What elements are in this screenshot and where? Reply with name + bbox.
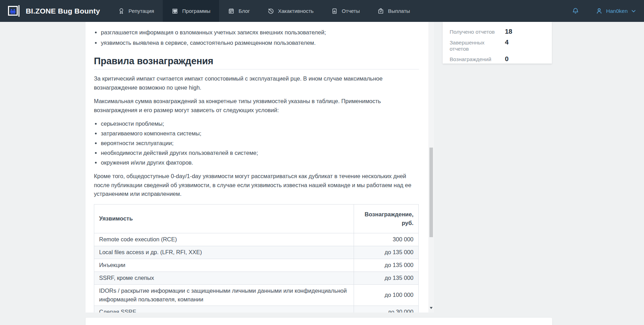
vulnerability-cell: Слепая SSRF: [94, 306, 354, 312]
building-icon: [171, 8, 178, 15]
vulnerability-cell: Local files access и др. (LFR, RFI, XXE): [94, 246, 354, 259]
table-row: Remote code execution (RCE) 300 000: [94, 233, 419, 246]
paragraph: Максимальная сумма вознаграждений за кон…: [94, 97, 419, 115]
chevron-down-icon: [631, 8, 636, 14]
nav-item-label: Программы: [182, 8, 210, 14]
stat-row: Завершенных отчетов 4: [450, 39, 545, 52]
nav-item-label: Блог: [239, 8, 250, 14]
rewards-table: Уязвимость Вознаграждение, руб. Remote c…: [94, 204, 419, 313]
person-icon: [595, 7, 603, 15]
list-item: затрагиваемого компонента системы;: [101, 129, 419, 138]
table-row: SSRF, кроме слепых до 135 000: [94, 272, 419, 284]
reward-cell: до 135 000: [354, 246, 419, 259]
stat-row: Вознаграждений 0: [450, 55, 545, 63]
table-header-row: Уязвимость Вознаграждение, руб.: [94, 204, 419, 233]
exclusions-list: разглашается информация о взломанных уче…: [94, 28, 419, 47]
history-icon: [267, 8, 274, 15]
section-title: Правила вознаграждения: [94, 56, 419, 67]
section-divider: [94, 69, 419, 69]
reward-cell: до 135 000: [354, 272, 419, 284]
list-item: окружения и/или других факторов.: [101, 158, 419, 167]
nav-item-payments[interactable]: Выплаты: [369, 0, 419, 22]
program-description-card: разглашается информация о взломанных уче…: [86, 22, 429, 312]
bell-icon: [572, 7, 579, 15]
user-menu[interactable]: Han0ken: [595, 7, 636, 15]
brand-title: BI.ZONE Bug Bounty: [26, 7, 100, 15]
vulnerability-cell: SSRF, кроме слепых: [94, 272, 354, 284]
table-row: Слепая SSRF до 30 000: [94, 306, 419, 312]
program-stats-card: Получено отчетов 18 Завершенных отчетов …: [443, 22, 552, 64]
table-row: IDORs / раскрытие информации с защищенны…: [94, 284, 419, 306]
nav-item-hackactivity[interactable]: Хакактивность: [259, 0, 322, 22]
column-header-vulnerability: Уязвимость: [94, 204, 354, 233]
bizone-logo-icon: [6, 3, 22, 19]
conditions-list: серьезности проблемы; затрагиваемого ком…: [94, 119, 419, 167]
table-row: Local files access и др. (LFR, RFI, XXE)…: [94, 246, 419, 259]
stat-label: Завершенных отчетов: [450, 40, 505, 52]
scrollbar-down-arrow-icon: [430, 307, 433, 309]
stat-value: 18: [505, 28, 512, 35]
medal-icon: [118, 8, 125, 15]
report-icon: [331, 8, 338, 15]
nav-item-blog[interactable]: Блог: [219, 0, 258, 22]
top-nav: BI.ZONE Bug Bounty Репутация Программы: [0, 0, 644, 22]
list-item: необходимости действий других пользовате…: [101, 149, 419, 157]
user-name: Han0ken: [606, 8, 628, 14]
briefcase-icon: [377, 8, 384, 15]
reward-cell: до 30 000: [354, 306, 419, 312]
main-nav: Репутация Программы: [109, 0, 419, 22]
reward-cell: до 100 000: [354, 284, 419, 306]
header-right: Han0ken: [572, 0, 644, 22]
column-header-reward: Вознаграждение, руб.: [354, 204, 419, 233]
blog-icon: [228, 8, 235, 15]
vulnerability-cell: Инъекции: [94, 259, 354, 272]
paragraph: Кроме того, общедоступные 0-day/1-day уя…: [94, 172, 419, 199]
list-item: серьезности проблемы;: [101, 119, 419, 128]
stat-label: Получено отчетов: [450, 29, 505, 35]
notifications-button[interactable]: [572, 7, 579, 15]
nav-item-reports[interactable]: Отчеты: [322, 0, 369, 22]
nav-item-programs[interactable]: Программы: [163, 0, 219, 22]
reward-cell: до 135 000: [354, 259, 419, 272]
stat-label: Вознаграждений: [450, 56, 505, 62]
nav-item-label: Выплаты: [388, 8, 410, 14]
nav-item-label: Репутация: [129, 8, 154, 14]
stat-value: 4: [505, 39, 509, 46]
vulnerability-cell: IDORs / раскрытие информации с защищенны…: [94, 284, 354, 306]
next-section-card: [86, 318, 552, 325]
scrollbar-thumb[interactable]: [429, 148, 433, 237]
nav-item-reputation[interactable]: Репутация: [109, 0, 163, 22]
stat-value: 0: [505, 55, 509, 63]
list-item: разглашается информация о взломанных уче…: [101, 28, 419, 37]
paragraph: За критический импакт считается импакт с…: [94, 74, 419, 92]
list-item: уязвимость выявлена в сервисе, самостоят…: [101, 39, 419, 47]
nav-item-label: Отчеты: [342, 8, 360, 14]
nav-item-label: Хакактивность: [278, 8, 314, 14]
brand[interactable]: BI.ZONE Bug Bounty: [0, 0, 100, 22]
list-item: вероятности эксплуатации;: [101, 139, 419, 148]
reward-cell: 300 000: [354, 233, 419, 246]
scrollbar-down-button[interactable]: [429, 306, 434, 310]
vulnerability-cell: Remote code execution (RCE): [94, 233, 354, 246]
table-row: Инъекции до 135 000: [94, 259, 419, 272]
stat-row: Получено отчетов 18: [450, 28, 545, 35]
